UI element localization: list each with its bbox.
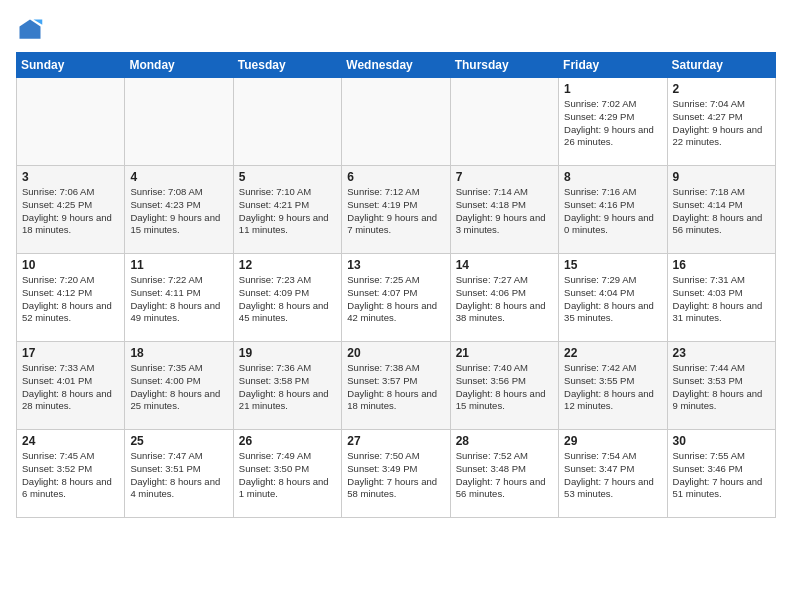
- day-info: Sunrise: 7:22 AM Sunset: 4:11 PM Dayligh…: [130, 274, 227, 325]
- day-number: 6: [347, 170, 444, 184]
- day-number: 5: [239, 170, 336, 184]
- day-info: Sunrise: 7:20 AM Sunset: 4:12 PM Dayligh…: [22, 274, 119, 325]
- day-info: Sunrise: 7:54 AM Sunset: 3:47 PM Dayligh…: [564, 450, 661, 501]
- day-number: 23: [673, 346, 770, 360]
- day-number: 14: [456, 258, 553, 272]
- day-info: Sunrise: 7:23 AM Sunset: 4:09 PM Dayligh…: [239, 274, 336, 325]
- calendar-cell: [125, 78, 233, 166]
- day-info: Sunrise: 7:35 AM Sunset: 4:00 PM Dayligh…: [130, 362, 227, 413]
- day-info: Sunrise: 7:10 AM Sunset: 4:21 PM Dayligh…: [239, 186, 336, 237]
- day-info: Sunrise: 7:36 AM Sunset: 3:58 PM Dayligh…: [239, 362, 336, 413]
- weekday-header-cell: Wednesday: [342, 53, 450, 78]
- weekday-header-cell: Thursday: [450, 53, 558, 78]
- day-number: 16: [673, 258, 770, 272]
- day-info: Sunrise: 7:14 AM Sunset: 4:18 PM Dayligh…: [456, 186, 553, 237]
- calendar-cell: 29Sunrise: 7:54 AM Sunset: 3:47 PM Dayli…: [559, 430, 667, 518]
- logo: [16, 16, 48, 44]
- day-number: 29: [564, 434, 661, 448]
- calendar-week-row: 17Sunrise: 7:33 AM Sunset: 4:01 PM Dayli…: [17, 342, 776, 430]
- day-number: 24: [22, 434, 119, 448]
- calendar-cell: 19Sunrise: 7:36 AM Sunset: 3:58 PM Dayli…: [233, 342, 341, 430]
- calendar-cell: 14Sunrise: 7:27 AM Sunset: 4:06 PM Dayli…: [450, 254, 558, 342]
- day-info: Sunrise: 7:29 AM Sunset: 4:04 PM Dayligh…: [564, 274, 661, 325]
- day-number: 25: [130, 434, 227, 448]
- calendar-cell: [17, 78, 125, 166]
- day-number: 2: [673, 82, 770, 96]
- day-number: 19: [239, 346, 336, 360]
- calendar-cell: 16Sunrise: 7:31 AM Sunset: 4:03 PM Dayli…: [667, 254, 775, 342]
- calendar-cell: [450, 78, 558, 166]
- day-number: 27: [347, 434, 444, 448]
- day-info: Sunrise: 7:18 AM Sunset: 4:14 PM Dayligh…: [673, 186, 770, 237]
- calendar-week-row: 1Sunrise: 7:02 AM Sunset: 4:29 PM Daylig…: [17, 78, 776, 166]
- day-info: Sunrise: 7:49 AM Sunset: 3:50 PM Dayligh…: [239, 450, 336, 501]
- weekday-header-cell: Sunday: [17, 53, 125, 78]
- calendar-cell: 21Sunrise: 7:40 AM Sunset: 3:56 PM Dayli…: [450, 342, 558, 430]
- calendar-cell: 9Sunrise: 7:18 AM Sunset: 4:14 PM Daylig…: [667, 166, 775, 254]
- day-number: 11: [130, 258, 227, 272]
- calendar-week-row: 10Sunrise: 7:20 AM Sunset: 4:12 PM Dayli…: [17, 254, 776, 342]
- day-info: Sunrise: 7:02 AM Sunset: 4:29 PM Dayligh…: [564, 98, 661, 149]
- calendar-cell: 10Sunrise: 7:20 AM Sunset: 4:12 PM Dayli…: [17, 254, 125, 342]
- weekday-header: SundayMondayTuesdayWednesdayThursdayFrid…: [17, 53, 776, 78]
- calendar-cell: 11Sunrise: 7:22 AM Sunset: 4:11 PM Dayli…: [125, 254, 233, 342]
- day-info: Sunrise: 7:44 AM Sunset: 3:53 PM Dayligh…: [673, 362, 770, 413]
- day-number: 8: [564, 170, 661, 184]
- day-number: 1: [564, 82, 661, 96]
- calendar-cell: 22Sunrise: 7:42 AM Sunset: 3:55 PM Dayli…: [559, 342, 667, 430]
- calendar-cell: 3Sunrise: 7:06 AM Sunset: 4:25 PM Daylig…: [17, 166, 125, 254]
- calendar-cell: 7Sunrise: 7:14 AM Sunset: 4:18 PM Daylig…: [450, 166, 558, 254]
- calendar-cell: 26Sunrise: 7:49 AM Sunset: 3:50 PM Dayli…: [233, 430, 341, 518]
- calendar-cell: 23Sunrise: 7:44 AM Sunset: 3:53 PM Dayli…: [667, 342, 775, 430]
- day-info: Sunrise: 7:38 AM Sunset: 3:57 PM Dayligh…: [347, 362, 444, 413]
- day-info: Sunrise: 7:31 AM Sunset: 4:03 PM Dayligh…: [673, 274, 770, 325]
- weekday-header-cell: Friday: [559, 53, 667, 78]
- calendar-cell: 15Sunrise: 7:29 AM Sunset: 4:04 PM Dayli…: [559, 254, 667, 342]
- calendar-cell: 24Sunrise: 7:45 AM Sunset: 3:52 PM Dayli…: [17, 430, 125, 518]
- day-info: Sunrise: 7:42 AM Sunset: 3:55 PM Dayligh…: [564, 362, 661, 413]
- calendar-cell: 20Sunrise: 7:38 AM Sunset: 3:57 PM Dayli…: [342, 342, 450, 430]
- svg-marker-0: [20, 20, 41, 39]
- day-number: 28: [456, 434, 553, 448]
- day-info: Sunrise: 7:04 AM Sunset: 4:27 PM Dayligh…: [673, 98, 770, 149]
- day-number: 26: [239, 434, 336, 448]
- day-number: 17: [22, 346, 119, 360]
- calendar-cell: 18Sunrise: 7:35 AM Sunset: 4:00 PM Dayli…: [125, 342, 233, 430]
- calendar-cell: 30Sunrise: 7:55 AM Sunset: 3:46 PM Dayli…: [667, 430, 775, 518]
- calendar-cell: 28Sunrise: 7:52 AM Sunset: 3:48 PM Dayli…: [450, 430, 558, 518]
- day-info: Sunrise: 7:27 AM Sunset: 4:06 PM Dayligh…: [456, 274, 553, 325]
- day-number: 18: [130, 346, 227, 360]
- day-info: Sunrise: 7:33 AM Sunset: 4:01 PM Dayligh…: [22, 362, 119, 413]
- day-number: 10: [22, 258, 119, 272]
- day-number: 7: [456, 170, 553, 184]
- calendar-cell: [233, 78, 341, 166]
- calendar-cell: 1Sunrise: 7:02 AM Sunset: 4:29 PM Daylig…: [559, 78, 667, 166]
- day-info: Sunrise: 7:12 AM Sunset: 4:19 PM Dayligh…: [347, 186, 444, 237]
- calendar-cell: 13Sunrise: 7:25 AM Sunset: 4:07 PM Dayli…: [342, 254, 450, 342]
- weekday-header-cell: Tuesday: [233, 53, 341, 78]
- calendar-cell: 5Sunrise: 7:10 AM Sunset: 4:21 PM Daylig…: [233, 166, 341, 254]
- day-info: Sunrise: 7:45 AM Sunset: 3:52 PM Dayligh…: [22, 450, 119, 501]
- calendar-body: 1Sunrise: 7:02 AM Sunset: 4:29 PM Daylig…: [17, 78, 776, 518]
- day-info: Sunrise: 7:40 AM Sunset: 3:56 PM Dayligh…: [456, 362, 553, 413]
- day-number: 15: [564, 258, 661, 272]
- calendar-cell: 27Sunrise: 7:50 AM Sunset: 3:49 PM Dayli…: [342, 430, 450, 518]
- day-info: Sunrise: 7:25 AM Sunset: 4:07 PM Dayligh…: [347, 274, 444, 325]
- day-number: 30: [673, 434, 770, 448]
- day-number: 9: [673, 170, 770, 184]
- header: [16, 16, 776, 44]
- day-info: Sunrise: 7:55 AM Sunset: 3:46 PM Dayligh…: [673, 450, 770, 501]
- logo-icon: [16, 16, 44, 44]
- day-number: 3: [22, 170, 119, 184]
- weekday-header-cell: Saturday: [667, 53, 775, 78]
- day-number: 21: [456, 346, 553, 360]
- day-number: 22: [564, 346, 661, 360]
- day-info: Sunrise: 7:47 AM Sunset: 3:51 PM Dayligh…: [130, 450, 227, 501]
- calendar-week-row: 3Sunrise: 7:06 AM Sunset: 4:25 PM Daylig…: [17, 166, 776, 254]
- calendar-cell: 25Sunrise: 7:47 AM Sunset: 3:51 PM Dayli…: [125, 430, 233, 518]
- calendar-cell: 6Sunrise: 7:12 AM Sunset: 4:19 PM Daylig…: [342, 166, 450, 254]
- calendar: SundayMondayTuesdayWednesdayThursdayFrid…: [16, 52, 776, 518]
- day-number: 4: [130, 170, 227, 184]
- calendar-cell: 17Sunrise: 7:33 AM Sunset: 4:01 PM Dayli…: [17, 342, 125, 430]
- day-number: 13: [347, 258, 444, 272]
